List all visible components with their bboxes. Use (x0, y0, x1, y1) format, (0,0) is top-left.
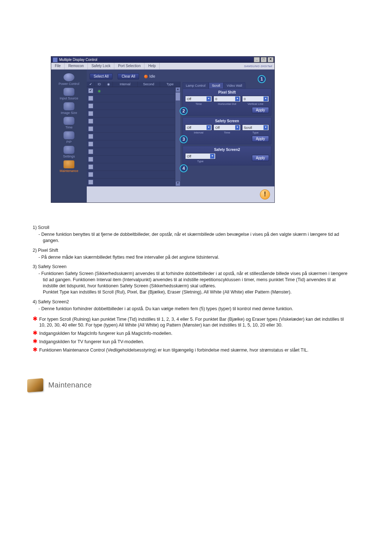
field-label: Vertical Line (242, 102, 269, 106)
pixel-shift-vline-select[interactable]: 0 ▾ (242, 96, 269, 102)
item-body: - Denne funktion forhindrer dobbeltbille… (33, 306, 348, 312)
sidebar-item-time[interactable]: Time (54, 116, 84, 131)
row-checkbox[interactable] (88, 180, 93, 185)
clear-all-button[interactable]: Clear All (118, 73, 139, 79)
field-label: Interval (185, 131, 212, 134)
row-checkbox[interactable] (88, 88, 93, 93)
callout-4: 4 (180, 164, 188, 172)
grid-header-interval: Interval (113, 82, 138, 87)
safety-screen-interval-select[interactable]: Off ▾ (185, 124, 212, 131)
grid-scrollbar[interactable]: ▲ ▼ (175, 87, 180, 186)
menubar: File Remocon Safety Lock Port Selection … (51, 63, 274, 70)
item-title: 3) Safety Screen (33, 264, 348, 270)
scroll-up-button[interactable]: ▲ (175, 87, 180, 92)
menu-port-selection[interactable]: Port Selection (114, 63, 144, 69)
close-button[interactable]: X (268, 57, 274, 62)
sidebar: Power Control Input Source Image Size Ti… (51, 70, 87, 202)
grid-row[interactable] (87, 171, 175, 178)
panels: 1 2 3 4 Lamp Control Scroll Video Wall P… (180, 82, 274, 186)
select-all-button[interactable]: Select All (90, 73, 113, 79)
scroll-thumb[interactable] (175, 92, 180, 101)
grid-row[interactable] (87, 178, 175, 186)
select-value: Off (186, 155, 209, 158)
safety-screen2-apply-button[interactable]: Apply (252, 155, 269, 161)
sidebar-item-settings[interactable]: Settings (54, 145, 84, 160)
row-checkbox[interactable] (88, 164, 93, 169)
grid-row[interactable] (87, 118, 175, 125)
menu-remocon[interactable]: Remocon (65, 63, 88, 69)
star-icon: ✱ (33, 347, 37, 352)
menu-safety-lock[interactable]: Safety Lock (88, 63, 114, 69)
pixel-shift-apply-button[interactable]: Apply (252, 107, 269, 113)
row-checkbox[interactable] (88, 96, 93, 101)
tab-scroll[interactable]: Scroll (209, 82, 224, 89)
row-checkbox[interactable] (88, 149, 93, 154)
sidebar-item-pip[interactable]: PIP (54, 131, 84, 145)
window-title: Multiple Display Control (59, 58, 254, 62)
grid-row[interactable] (87, 125, 175, 133)
sidebar-item-maintenance[interactable]: Maintenance (54, 160, 84, 174)
row-checkbox[interactable] (88, 126, 93, 131)
grid-row[interactable] (87, 148, 175, 156)
status-idle-label: Idle (149, 74, 155, 78)
sidebar-item-label: Time (65, 126, 73, 129)
power-icon (64, 73, 74, 81)
sidebar-item-image-size[interactable]: Image Size (54, 102, 84, 116)
chevron-down-icon: ▾ (235, 125, 240, 130)
safety-screen-apply-button[interactable]: Apply (252, 136, 269, 142)
sidebar-item-label: Settings (63, 155, 75, 158)
row-checkbox[interactable] (88, 141, 93, 147)
item-body: - Denne funktion benyttes til at fjerne … (33, 231, 348, 244)
grid-row[interactable] (87, 133, 175, 140)
titlebar[interactable]: Multiple Display Control _ □ X (51, 57, 274, 63)
sidebar-item-power-control[interactable]: Power Control (54, 73, 84, 87)
chevron-down-icon: ▾ (207, 125, 211, 130)
sidebar-item-label: Maintenance (60, 169, 78, 173)
grid-row[interactable] (87, 102, 175, 110)
field-label: Time (185, 102, 212, 106)
star-note: ✱ Funktionen Maintenance Control (Vedlig… (33, 347, 348, 353)
grid-row[interactable]: ◉ (87, 87, 175, 95)
star-note: ✱ Indgangskilden for MagicInfo fungerer … (33, 331, 348, 337)
minimize-button[interactable]: _ (254, 57, 260, 62)
sidebar-item-input-source[interactable]: Input Source (54, 87, 84, 102)
pixel-shift-time-select[interactable]: Off ▾ (185, 96, 212, 102)
maintenance-cube-icon (27, 378, 43, 392)
grid-header-check: ✔ (87, 82, 95, 87)
grid-row[interactable] (87, 95, 175, 102)
row-checkbox[interactable] (88, 134, 93, 139)
row-checkbox[interactable] (88, 172, 93, 177)
pixel-shift-hdot-select[interactable]: 0 ▾ (213, 96, 240, 102)
select-value: 0 (215, 97, 234, 101)
star-text: Indgangskilden for TV fungerer kun på TV… (39, 339, 144, 344)
panel-title: Safety Screen (185, 119, 269, 123)
row-checkbox[interactable] (88, 119, 93, 124)
maximize-button[interactable]: □ (261, 57, 267, 62)
mdc-window: Multiple Display Control _ □ X File Remo… (51, 56, 275, 203)
row-checkbox[interactable] (88, 157, 93, 162)
footer: ! (87, 186, 274, 202)
grid-row[interactable] (87, 140, 175, 148)
tab-video-wall[interactable]: Video Wall (224, 82, 246, 89)
brand-label: SAMSUNG DIGITall (244, 65, 272, 68)
star-icon: ✱ (33, 331, 37, 336)
safety-screen-time-select[interactable]: Off ▾ (213, 124, 240, 131)
row-checkbox[interactable] (88, 103, 93, 108)
panel-pixel-shift: Pixel Shift Off ▾ Time (183, 89, 271, 116)
menu-file[interactable]: File (51, 63, 65, 69)
menu-help[interactable]: Help (144, 63, 160, 69)
row-checkbox[interactable] (88, 111, 93, 116)
tab-lamp-control[interactable]: Lamp Control (183, 82, 209, 89)
sidebar-item-label: Power Control (58, 82, 79, 86)
list-item-safety-screen: 3) Safety Screen - Funktionen Safety Scr… (33, 264, 348, 295)
grid-row[interactable] (87, 163, 175, 171)
callout-2: 2 (180, 107, 188, 115)
star-icon: ✱ (33, 339, 37, 344)
grid-row[interactable] (87, 110, 175, 118)
safety-screen-type-select[interactable]: Scroll ▾ (242, 124, 269, 131)
panel-title: Pixel Shift (185, 90, 269, 94)
select-value: Scroll (243, 126, 263, 130)
safety-screen2-type-select[interactable]: Off ▾ (185, 153, 216, 159)
scroll-down-button[interactable]: ▼ (175, 181, 180, 186)
grid-row[interactable] (87, 156, 175, 163)
